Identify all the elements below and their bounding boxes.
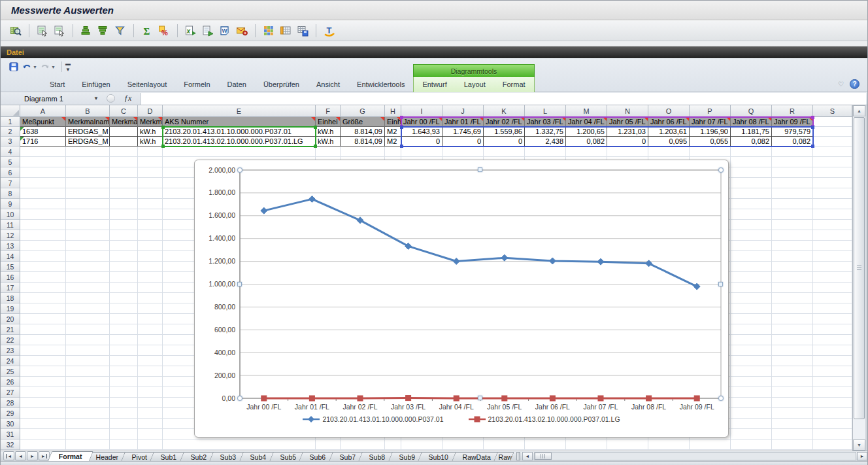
cell-D12[interactable] xyxy=(138,230,163,241)
cell-B13[interactable] xyxy=(66,241,110,251)
cell-A8[interactable] xyxy=(20,188,66,199)
text-format-icon[interactable]: T xyxy=(322,24,337,38)
cell-R11[interactable] xyxy=(772,220,813,230)
column-header-G[interactable]: G xyxy=(341,105,385,117)
cell-S31[interactable] xyxy=(813,429,852,439)
row-header-3[interactable]: 3 xyxy=(1,137,20,146)
cell-P32[interactable] xyxy=(690,439,731,450)
cell-S11[interactable] xyxy=(813,220,852,230)
row-header-29[interactable]: 29 xyxy=(1,408,20,419)
chart-selection-handle[interactable] xyxy=(718,396,724,401)
cell-O4[interactable] xyxy=(648,146,690,157)
cell-C1[interactable]: Merkma xyxy=(110,117,138,127)
cell-S27[interactable] xyxy=(813,387,852,398)
cell-B1[interactable]: Merkmalnam xyxy=(66,117,110,127)
cell-D5[interactable] xyxy=(138,157,163,167)
cell-S12[interactable] xyxy=(813,230,852,241)
column-header-N[interactable]: N xyxy=(607,105,648,117)
cell-C17[interactable] xyxy=(110,283,138,293)
save-layout-icon[interactable] xyxy=(295,24,310,38)
row-header-32[interactable]: 32 xyxy=(1,439,20,450)
cell-S8[interactable] xyxy=(813,188,852,199)
cell-Q8[interactable] xyxy=(731,188,772,199)
cell-D25[interactable] xyxy=(138,366,163,377)
cell-L1[interactable]: Jahr 03 /FL xyxy=(525,117,566,127)
cell-B27[interactable] xyxy=(66,387,110,398)
menu-item-datei[interactable]: Datei xyxy=(1,48,30,56)
name-box-dropdown-icon[interactable]: ▼ xyxy=(93,95,99,101)
cell-L3[interactable]: 2,438 xyxy=(525,137,566,146)
name-box[interactable]: Diagramm 1 ▼ xyxy=(5,93,101,104)
cell-M32[interactable] xyxy=(566,439,607,450)
cell-D21[interactable] xyxy=(138,324,163,335)
scroll-track[interactable] xyxy=(853,420,865,439)
cell-R12[interactable] xyxy=(772,230,813,241)
cell-F1[interactable]: Einhei xyxy=(316,117,341,127)
cell-C26[interactable] xyxy=(110,377,138,387)
first-sheet-button[interactable]: ◄ xyxy=(3,451,14,460)
cell-A31[interactable] xyxy=(20,429,66,439)
cell-Q23[interactable] xyxy=(731,345,772,356)
cell-D15[interactable] xyxy=(138,262,163,272)
vertical-scrollbar[interactable]: ▲ ▼ xyxy=(852,105,865,451)
cell-M1[interactable]: Jahr 04 /FL xyxy=(566,117,607,127)
cell-D1[interactable]: Merkm xyxy=(138,117,163,127)
ribbon-tab-einfügen[interactable]: Einfügen xyxy=(73,77,118,92)
sort-descending-icon[interactable] xyxy=(96,24,110,38)
cell-R24[interactable] xyxy=(772,356,813,366)
column-header-E[interactable]: E xyxy=(163,105,316,117)
cell-I32[interactable] xyxy=(401,439,442,450)
cell-N2[interactable]: 1.231,03 xyxy=(607,127,648,137)
cell-E2[interactable]: 2103.20.01.413.01.10.000.000.P037.01 xyxy=(163,127,316,137)
cell-B14[interactable] xyxy=(66,251,110,262)
cell-O3[interactable]: 0,095 xyxy=(648,137,690,146)
scroll-down-button[interactable]: ▼ xyxy=(853,439,865,451)
cell-A26[interactable] xyxy=(20,377,66,387)
cell-Q16[interactable] xyxy=(731,272,772,283)
cell-B15[interactable] xyxy=(66,262,110,272)
cell-D29[interactable] xyxy=(138,408,163,419)
cell-C25[interactable] xyxy=(110,366,138,377)
tab-split-handle[interactable] xyxy=(516,452,520,460)
column-header-J[interactable]: J xyxy=(442,105,484,117)
scroll-up-button[interactable]: ▲ xyxy=(853,105,865,116)
cell-R1[interactable]: Jahr 09 /FL xyxy=(772,117,813,127)
cell-R30[interactable] xyxy=(772,419,813,429)
cell-N1[interactable]: Jahr 05 /FL xyxy=(607,117,648,127)
cell-B25[interactable] xyxy=(66,366,110,377)
row-header-10[interactable]: 10 xyxy=(1,209,20,220)
cell-C5[interactable] xyxy=(110,157,138,167)
cell-D3[interactable]: kW.h xyxy=(138,137,163,146)
cell-R18[interactable] xyxy=(772,293,813,303)
cell-A21[interactable] xyxy=(20,324,66,335)
cell-A30[interactable] xyxy=(20,419,66,429)
cell-D22[interactable] xyxy=(138,335,163,345)
cell-S29[interactable] xyxy=(813,408,852,419)
cell-R4[interactable] xyxy=(772,146,813,157)
row-header-7[interactable]: 7 xyxy=(1,178,20,188)
cell-C32[interactable] xyxy=(110,439,138,450)
cell-A20[interactable] xyxy=(20,314,66,324)
fx-button[interactable]: ƒx xyxy=(124,94,131,103)
cell-C18[interactable] xyxy=(110,293,138,303)
cell-D6[interactable] xyxy=(138,167,163,178)
undo-dropdown-icon[interactable]: ▼ xyxy=(33,65,37,69)
row-header-2[interactable]: 2 xyxy=(1,127,20,137)
column-header-M[interactable]: M xyxy=(566,105,607,117)
cell-S16[interactable] xyxy=(813,272,852,283)
vertical-scroll-thumb[interactable] xyxy=(854,117,865,419)
cell-A4[interactable] xyxy=(20,146,66,157)
cell-O32[interactable] xyxy=(648,439,690,450)
column-header-R[interactable]: R xyxy=(772,105,813,117)
cell-A11[interactable] xyxy=(20,220,66,230)
row-header-24[interactable]: 24 xyxy=(1,356,20,366)
cell-R19[interactable] xyxy=(772,303,813,314)
cell-K1[interactable]: Jahr 02 /FL xyxy=(484,117,525,127)
cell-E3[interactable]: 2103.20.01.413.02.10.000.000.P037.01.LG xyxy=(163,137,316,146)
row-header-19[interactable]: 19 xyxy=(1,303,20,314)
cell-N4[interactable] xyxy=(607,146,648,157)
chart-selection-handle[interactable] xyxy=(718,167,724,173)
insert-column-icon[interactable] xyxy=(278,24,293,38)
cell-B5[interactable] xyxy=(66,157,110,167)
row-header-28[interactable]: 28 xyxy=(1,398,20,408)
